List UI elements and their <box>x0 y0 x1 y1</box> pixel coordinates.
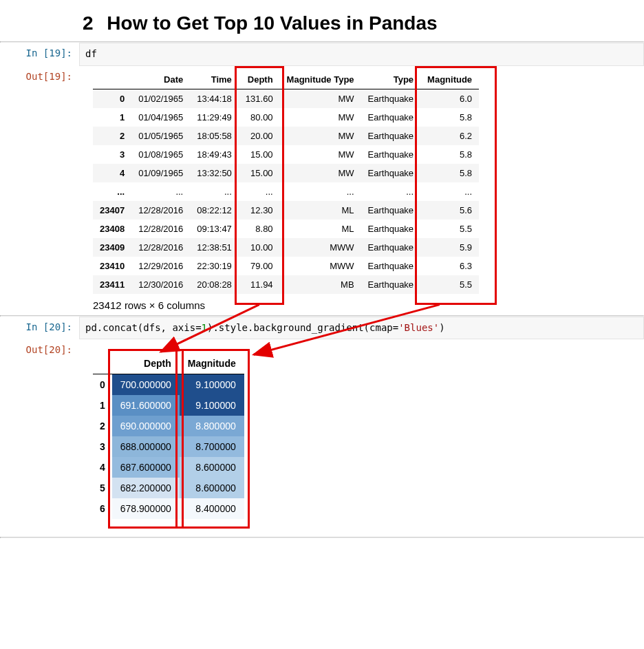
table-row: 2340912/28/201612:38:5110.00MWWEarthquak… <box>93 238 479 257</box>
cell: 08:22:12 <box>190 201 239 220</box>
row-index: 2 <box>93 416 112 436</box>
cell: ... <box>361 182 421 201</box>
row-index: 0 <box>93 374 112 396</box>
row-index: 0 <box>93 89 131 108</box>
prompt-in-20: In [20]: <box>0 317 79 340</box>
code-input-20[interactable]: pd.concat(dfs, axis=1).style.background_… <box>79 317 644 340</box>
cell: 11:29:49 <box>190 108 239 127</box>
output-area-20: DepthMagnitude 0700.0000009.1000001691.6… <box>79 339 644 523</box>
dataframe-summary: 23412 rows × 6 columns <box>93 299 644 311</box>
col-header: Magnitude <box>420 70 479 89</box>
cell-magnitude: 8.600000 <box>180 457 244 478</box>
col-header: Magnitude Type <box>280 70 361 89</box>
cell: 12/28/2016 <box>131 238 190 257</box>
row-index: 23408 <box>93 220 131 238</box>
output-cell-19: Out[19]: DateTimeDepthMagnitude TypeType… <box>0 66 644 315</box>
cell: 5.5 <box>420 220 479 238</box>
cell: MWW <box>280 257 361 275</box>
table-row: 2341112/30/201620:08:2811.94MBEarthquake… <box>93 275 479 294</box>
cell: 12/29/2016 <box>131 257 190 275</box>
cell: Earthquake <box>361 145 421 164</box>
table-row: 401/09/196513:32:5015.00MWEarthquake5.8 <box>93 164 479 182</box>
cell-depth: 678.900000 <box>112 498 180 519</box>
cell-depth: 700.000000 <box>112 374 180 396</box>
cell: MB <box>280 275 361 294</box>
cell: Earthquake <box>361 238 421 257</box>
cell: 01/04/1965 <box>131 108 190 127</box>
col-header: Magnitude <box>180 353 244 374</box>
cell-magnitude: 8.400000 <box>180 498 244 519</box>
cell: ML <box>280 220 361 238</box>
cell-magnitude: 9.100000 <box>180 374 244 396</box>
cell: 12/28/2016 <box>131 201 190 220</box>
cell: MW <box>280 164 361 182</box>
output-cell-20: Out[20]: DepthMagnitude 0700.0000009.100… <box>0 339 644 523</box>
row-index: 1 <box>93 395 112 416</box>
cell-magnitude: 8.800000 <box>180 416 244 436</box>
code-input-19[interactable]: df <box>79 43 644 66</box>
cell: 20.00 <box>239 127 280 145</box>
cell: 01/05/1965 <box>131 127 190 145</box>
cell: 5.5 <box>420 275 479 294</box>
cell: 5.8 <box>420 108 479 127</box>
index-header <box>93 70 131 89</box>
table-row: 3688.0000008.700000 <box>93 436 244 457</box>
table-row: 301/08/196518:49:4315.00MWEarthquake5.8 <box>93 145 479 164</box>
row-index: 5 <box>93 478 112 498</box>
cell: 13:44:18 <box>190 89 239 108</box>
cell: ... <box>131 182 190 201</box>
cell: 01/02/1965 <box>131 89 190 108</box>
section-heading: 2 How to Get Top 10 Values in Pandas <box>83 12 644 34</box>
table-row: 5682.2000008.600000 <box>93 478 244 498</box>
cell: 18:49:43 <box>190 145 239 164</box>
col-header: Type <box>361 70 421 89</box>
table-row: 0700.0000009.100000 <box>93 374 244 396</box>
prompt-in-19: In [19]: <box>0 43 79 66</box>
cell: 79.00 <box>239 257 280 275</box>
cell: MW <box>280 127 361 145</box>
divider <box>0 537 644 538</box>
table-row: 4687.6000008.600000 <box>93 457 244 478</box>
table-row: 001/02/196513:44:18131.60MWEarthquake6.0 <box>93 89 479 108</box>
cell: 5.8 <box>420 164 479 182</box>
index-header <box>93 353 112 374</box>
row-index: 2 <box>93 127 131 145</box>
table-row: 1691.6000009.100000 <box>93 395 244 416</box>
cell: Earthquake <box>361 275 421 294</box>
cell: 22:30:19 <box>190 257 239 275</box>
row-index: 23409 <box>93 238 131 257</box>
cell: 12/28/2016 <box>131 220 190 238</box>
cell: 01/08/1965 <box>131 145 190 164</box>
cell: 13:32:50 <box>190 164 239 182</box>
cell: 8.80 <box>239 220 280 238</box>
cell: 80.00 <box>239 108 280 127</box>
cell: 09:13:47 <box>190 220 239 238</box>
prompt-out-20: Out[20]: <box>0 339 79 523</box>
row-index: 4 <box>93 457 112 478</box>
cell: 01/09/1965 <box>131 164 190 182</box>
cell: ML <box>280 201 361 220</box>
cell: Earthquake <box>361 220 421 238</box>
cell-depth: 691.600000 <box>112 395 180 416</box>
cell: 20:08:28 <box>190 275 239 294</box>
cell: Earthquake <box>361 201 421 220</box>
cell: Earthquake <box>361 257 421 275</box>
row-index: 6 <box>93 498 112 519</box>
cell: ... <box>280 182 361 201</box>
row-index: 3 <box>93 145 131 164</box>
cell: MW <box>280 108 361 127</box>
cell: 15.00 <box>239 164 280 182</box>
col-header: Depth <box>112 353 180 374</box>
cell: 10.00 <box>239 238 280 257</box>
cell: Earthquake <box>361 89 421 108</box>
cell: 12:38:51 <box>190 238 239 257</box>
cell: 5.6 <box>420 201 479 220</box>
cell: MW <box>280 89 361 108</box>
cell: ... <box>239 182 280 201</box>
table-row: 2340812/28/201609:13:478.80MLEarthquake5… <box>93 220 479 238</box>
row-index: 23411 <box>93 275 131 294</box>
cell: 6.3 <box>420 257 479 275</box>
cell-depth: 687.600000 <box>112 457 180 478</box>
cell-depth: 682.200000 <box>112 478 180 498</box>
cell-magnitude: 9.100000 <box>180 395 244 416</box>
